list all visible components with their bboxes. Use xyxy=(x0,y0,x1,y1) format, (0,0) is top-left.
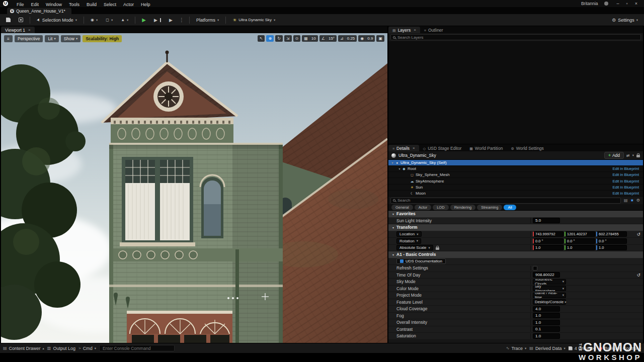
account-avatar[interactable] xyxy=(604,2,608,6)
menu-item[interactable]: Tools xyxy=(65,2,83,7)
menu-item[interactable]: Actor xyxy=(120,2,137,7)
revision-control-dropdown[interactable]: Revision Control ▾ xyxy=(599,346,641,351)
close-icon[interactable]: × xyxy=(413,146,415,150)
console-command-input[interactable] xyxy=(99,345,175,351)
component-tree-row[interactable]: ▾ SkyAtmosphere Edit in Blueprint xyxy=(388,178,643,184)
viewport-options-button[interactable]: ≡ xyxy=(4,35,13,42)
filter-pill[interactable]: General xyxy=(391,205,413,210)
component-tree-row[interactable]: ▾ Moon Edit in Blueprint xyxy=(388,191,643,197)
section-header[interactable]: ▾ A1 - Basic Controls xyxy=(388,251,643,258)
derived-data-dropdown[interactable]: ▤ Derived Data ▾ xyxy=(529,346,565,351)
cinematics-dropdown[interactable]: ▲▾ xyxy=(118,17,131,23)
filter-pill[interactable]: Streaming xyxy=(477,205,502,210)
panel-tab[interactable]: USD Stage Editor × xyxy=(419,145,465,151)
number-field[interactable]: 1.0 xyxy=(533,333,560,339)
minimize-button[interactable]: – xyxy=(613,1,623,6)
viewport-scene[interactable] xyxy=(1,33,387,343)
lock-scale-icon[interactable] xyxy=(436,247,439,250)
y-value-field[interactable]: 0.0 ° xyxy=(565,238,595,244)
component-tree-row[interactable]: ▾ Ultra_Dynamic_Sky (Self) xyxy=(388,160,643,166)
launch-button[interactable]: ▶ xyxy=(166,17,176,24)
details-settings-gear-icon[interactable]: ⚙ xyxy=(636,198,640,203)
menu-item[interactable]: Build xyxy=(83,2,100,7)
number-field[interactable]: 5.0 xyxy=(533,218,560,223)
menu-item[interactable]: Window xyxy=(42,2,65,7)
menu-item[interactable]: Help xyxy=(137,2,154,7)
play-options-kebab[interactable]: ⋮ xyxy=(178,17,186,23)
z-value-field[interactable]: 0.0 ° xyxy=(596,238,627,244)
close-icon[interactable]: × xyxy=(414,28,416,32)
add-component-button[interactable]: + Add xyxy=(604,152,624,159)
details-search-input[interactable] xyxy=(397,198,618,203)
expand-caret-icon[interactable]: ▾ xyxy=(390,161,394,164)
save-button[interactable] xyxy=(3,17,14,23)
number-field[interactable]: 4.0 xyxy=(533,306,560,312)
dropdown-field[interactable]: Game / Real-time▾ xyxy=(533,293,566,298)
x-value-field[interactable]: 743.999792 xyxy=(533,231,564,237)
blueprints-dropdown[interactable]: ◻▾ xyxy=(103,17,116,23)
component-tree-row[interactable]: ▾ Root Edit in Blueprint xyxy=(388,166,643,172)
number-field[interactable]: 1.0 xyxy=(533,320,560,325)
camera-speed-button[interactable]: ◉0.9 xyxy=(358,35,375,42)
cmd-dropdown[interactable]: > Cmd ▾ xyxy=(78,346,96,351)
viewport-canvas[interactable]: ≡ Perspective Lit▾ Show▾ Scalability: Hi… xyxy=(1,33,387,343)
checkbox[interactable] xyxy=(533,266,537,270)
close-button[interactable]: × xyxy=(631,1,641,6)
maximize-button[interactable]: ▫ xyxy=(623,1,631,6)
layers-search-box[interactable] xyxy=(390,34,641,40)
show-flags-button[interactable]: Show▾ xyxy=(61,35,81,42)
uds-documentation-button[interactable]: UDS Documentation xyxy=(396,258,446,264)
dropdown-field[interactable]: Desktop/Console▾ xyxy=(533,299,566,305)
browse-icon[interactable]: ⇄ xyxy=(626,153,630,158)
edit-in-blueprint-link[interactable]: Edit in Blueprint xyxy=(612,191,641,196)
rotate-tool-button[interactable]: ↻ xyxy=(275,35,283,42)
reset-to-default-icon[interactable]: ↺ xyxy=(636,273,640,278)
edit-in-blueprint-link[interactable]: Edit in Blueprint xyxy=(612,179,641,184)
trace-dropdown[interactable]: ∿ Trace ▾ xyxy=(506,346,527,351)
z-value-field[interactable]: 602.278455 xyxy=(596,231,627,237)
scale-snap-toggle[interactable]: ⊿0.25 xyxy=(338,35,357,42)
content-drawer-button[interactable]: ▤ Content Drawer ▴ xyxy=(3,346,44,351)
menu-item[interactable]: Select xyxy=(100,2,120,7)
number-field[interactable]: 0.1 xyxy=(533,326,560,332)
menu-item[interactable]: File xyxy=(13,2,28,7)
y-value-field[interactable]: 1201.40237 xyxy=(565,231,595,237)
layers-search-input[interactable] xyxy=(397,35,638,40)
layers-empty-body[interactable] xyxy=(388,41,643,144)
panel-tab[interactable]: World Settings × xyxy=(507,145,547,151)
dropdown-field[interactable]: Sky Atmosphere▾ xyxy=(533,286,566,291)
ultra-dynamic-sky-tool[interactable]: ☀ Ultra Dynamic Sky ▾ xyxy=(229,17,278,24)
component-tree-row[interactable]: ▾ Sky_Sphere_Mesh Edit in Blueprint xyxy=(388,172,643,178)
display-options-icon[interactable]: ▤ xyxy=(624,198,628,203)
settings-dropdown[interactable]: ⚙ Settings ▾ xyxy=(609,17,641,24)
lit-mode-button[interactable]: Lit▾ xyxy=(45,35,58,42)
details-search-box[interactable] xyxy=(390,198,621,204)
y-value-field[interactable]: 1.0 xyxy=(565,245,595,250)
filter-pill[interactable]: Rendering xyxy=(450,205,476,210)
expand-caret-icon[interactable]: ▾ xyxy=(397,167,401,170)
z-value-field[interactable]: 1.0 xyxy=(596,245,627,250)
output-log-button[interactable]: ▥ Output Log xyxy=(47,346,75,351)
filter-pill[interactable]: All xyxy=(504,205,516,210)
edit-in-blueprint-link[interactable]: Edit in Blueprint xyxy=(612,166,641,171)
transform-axis-combo[interactable]: Rotation▾ xyxy=(396,238,421,244)
transform-axis-combo[interactable]: Absolute Scale▾ xyxy=(396,245,433,250)
dropdown-field[interactable]: Volumetric Clouds▾ xyxy=(533,279,566,285)
filter-pill[interactable]: Actor xyxy=(415,205,432,210)
platforms-dropdown[interactable]: Platforms▾ xyxy=(193,17,222,24)
scale-tool-button[interactable]: ⇲ xyxy=(284,35,292,42)
skip-button[interactable]: ▶ xyxy=(151,17,164,24)
x-value-field[interactable]: 1.0 xyxy=(533,245,564,250)
section-header[interactable]: ▾ Transform xyxy=(388,224,643,231)
x-value-field[interactable]: 0.0 ° xyxy=(533,238,564,244)
menu-item[interactable]: Edit xyxy=(28,2,43,7)
unsaved-button[interactable]: 4 Unsaved xyxy=(569,346,596,351)
viewport-tab[interactable]: Viewport 1 × xyxy=(1,27,35,33)
edit-in-blueprint-link[interactable]: Edit in Blueprint xyxy=(612,172,641,177)
maximize-viewport-button[interactable]: ▣ xyxy=(376,35,384,42)
perspective-button[interactable]: Perspective xyxy=(15,35,43,42)
reset-to-default-icon[interactable]: ↺ xyxy=(636,232,640,237)
play-button[interactable]: ▶ xyxy=(139,16,149,24)
unreal-logo-icon[interactable]: U xyxy=(3,1,8,6)
filter-pill[interactable]: LOD xyxy=(433,205,448,210)
